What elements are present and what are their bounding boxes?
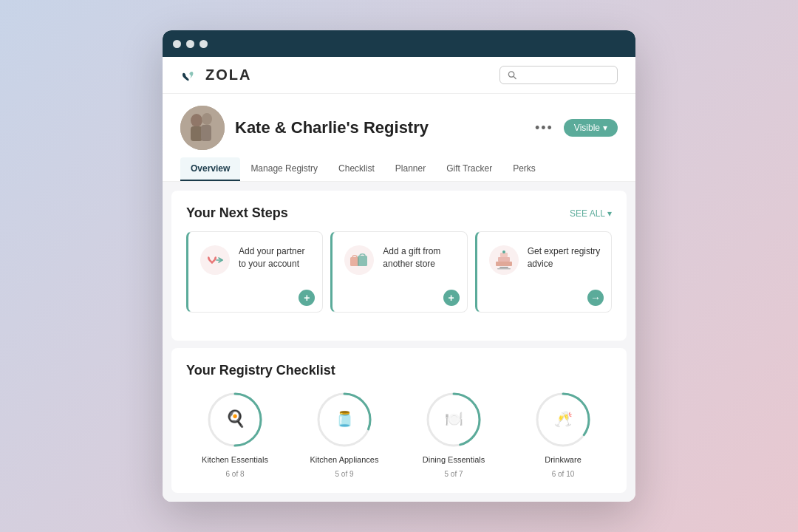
browser-dot-2 — [186, 40, 194, 48]
tab-gift-tracker[interactable]: Gift Tracker — [436, 157, 502, 181]
kitchen-essentials-label: Kitchen Essentials — [202, 455, 268, 464]
tab-manage-registry[interactable]: Manage Registry — [240, 157, 328, 181]
steps-grid: Add your partner to your account + — [186, 231, 612, 313]
step-text-partner: Add your partner to your account — [239, 244, 312, 270]
chevron-down-icon: ▾ — [607, 208, 612, 219]
progress-circle-drinkware: 🥂 — [533, 390, 593, 449]
svg-line-1 — [514, 77, 516, 79]
progress-circle-kitchen-essentials: 🍳 — [205, 390, 265, 449]
visible-label: Visible — [574, 123, 600, 133]
checklist-item-dining-essentials[interactable]: 🍽️ Dining Essentials 5 of 7 — [405, 390, 502, 478]
svg-text:🥂: 🥂 — [554, 410, 573, 428]
drinkware-label: Drinkware — [545, 455, 582, 464]
step-card-inner-3: Get expert registry advice — [488, 244, 601, 303]
next-steps-section: Your Next Steps SEE ALL ▾ — [171, 191, 627, 341]
partner-illustration — [199, 244, 231, 276]
kitchen-appliances-label: Kitchen Appliances — [310, 455, 379, 464]
registry-profile: Kate & Charlie's Registry ••• Visible ▾ … — [163, 94, 635, 182]
logo-text: ZOLA — [205, 66, 251, 83]
browser-dot-3 — [200, 40, 208, 48]
browser-titlebar — [163, 30, 635, 57]
step-card-inner: Add your partner to your account — [199, 244, 312, 303]
step-text-gift: Add a gift from another store — [383, 244, 456, 270]
tab-perks[interactable]: Perks — [502, 157, 546, 181]
search-input[interactable] — [521, 69, 610, 81]
checklist-section: Your Registry Checklist 🍳 Kitch — [171, 348, 627, 493]
visible-arrow-icon: ▾ — [603, 123, 607, 133]
browser-content: ZOLA — [163, 57, 635, 502]
registry-header-row: Kate & Charlie's Registry ••• Visible ▾ — [180, 106, 618, 150]
step-card-expert-advice: Get expert registry advice → — [475, 231, 612, 313]
next-steps-header: Your Next Steps SEE ALL ▾ — [186, 205, 612, 221]
progress-circle-kitchen-appliances: 🫙 — [315, 390, 374, 449]
svg-rect-19 — [497, 268, 511, 270]
step-card-inner-2: Add a gift from another store — [343, 244, 456, 303]
site-header: ZOLA — [163, 57, 635, 94]
more-options-button[interactable]: ••• — [532, 117, 556, 139]
add-gift-button[interactable]: + — [443, 290, 460, 306]
tab-overview[interactable]: Overview — [180, 157, 240, 181]
svg-point-17 — [502, 250, 505, 253]
zola-logo-icon — [180, 67, 201, 83]
advice-illustration — [488, 244, 520, 276]
svg-point-0 — [508, 72, 514, 77]
svg-text:🍳: 🍳 — [225, 409, 246, 429]
tab-planner[interactable]: Planner — [385, 157, 436, 181]
logo: ZOLA — [180, 66, 251, 83]
registry-left: Kate & Charlie's Registry — [180, 106, 429, 150]
next-steps-title: Your Next Steps — [186, 205, 288, 221]
svg-text:🫙: 🫙 — [335, 410, 354, 428]
see-all-label: SEE ALL — [570, 208, 605, 219]
couple-avatar — [180, 106, 225, 150]
gift-illustration — [343, 244, 375, 276]
svg-rect-12 — [358, 256, 367, 266]
add-partner-button[interactable]: + — [299, 290, 315, 306]
progress-circle-dining-essentials: 🍽️ — [424, 390, 483, 449]
see-all-button[interactable]: SEE ALL ▾ — [570, 208, 612, 219]
drinkware-count: 6 of 10 — [552, 470, 575, 478]
search-box[interactable] — [499, 66, 618, 84]
step-card-add-gift: Add a gift from another store + — [330, 231, 467, 313]
dots-label: ••• — [535, 120, 553, 135]
browser-dot-1 — [173, 40, 181, 48]
checklist-item-drinkware[interactable]: 🥂 Drinkware 6 of 10 — [514, 390, 612, 478]
svg-text:🍽️: 🍽️ — [445, 410, 463, 428]
dining-essentials-count: 5 of 7 — [444, 470, 463, 478]
svg-rect-7 — [180, 106, 225, 150]
checklist-title: Your Registry Checklist — [186, 363, 335, 378]
registry-title: Kate & Charlie's Registry — [235, 118, 429, 137]
registry-actions: ••• Visible ▾ — [532, 117, 618, 139]
tab-checklist[interactable]: Checklist — [328, 157, 385, 181]
kitchen-essentials-count: 6 of 8 — [225, 470, 244, 478]
checklist-grid: 🍳 Kitchen Essentials 6 of 8 — [186, 390, 612, 478]
visibility-button[interactable]: Visible ▾ — [564, 119, 618, 137]
kitchen-appliances-count: 5 of 9 — [335, 470, 353, 478]
registry-nav: Overview Manage Registry Checklist Plann… — [180, 157, 618, 181]
svg-rect-18 — [499, 267, 508, 268]
svg-rect-15 — [498, 257, 510, 262]
checklist-item-kitchen-appliances[interactable]: 🫙 Kitchen Appliances 5 of 9 — [296, 390, 393, 478]
step-text-advice: Get expert registry advice — [528, 244, 601, 270]
step-card-add-partner: Add your partner to your account + — [186, 231, 323, 313]
browser-window: ZOLA — [163, 30, 635, 502]
svg-rect-16 — [496, 262, 512, 266]
checklist-item-kitchen-essentials[interactable]: 🍳 Kitchen Essentials 6 of 8 — [186, 390, 284, 478]
expert-advice-button[interactable]: → — [587, 290, 604, 306]
search-icon — [508, 70, 516, 80]
dining-essentials-label: Dining Essentials — [423, 455, 485, 464]
